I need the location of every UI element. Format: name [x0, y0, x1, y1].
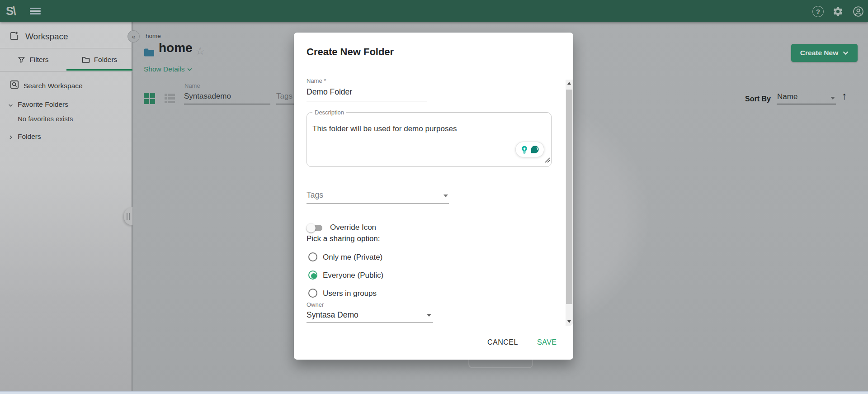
- name-field[interactable]: Demo Folder: [307, 87, 352, 97]
- override-icon-toggle[interactable]: [307, 223, 323, 233]
- radio-icon: [308, 252, 317, 261]
- scrollbar-thumb[interactable]: [566, 90, 572, 304]
- writing-assistant-widget[interactable]: [515, 142, 544, 157]
- syntasa-logo[interactable]: S\: [6, 4, 15, 18]
- chevron-right-icon: [8, 134, 14, 140]
- sidebar-item-folders[interactable]: Folders: [0, 132, 132, 143]
- radio-label: Everyone (Public): [323, 271, 383, 280]
- sidebar-item-search-workspace[interactable]: Search Workspace: [0, 80, 132, 94]
- description-text: This folder will be used for demo purpos…: [312, 124, 507, 133]
- folders-label: Folders: [18, 133, 41, 141]
- radio-only-me[interactable]: Only me (Private): [307, 252, 442, 263]
- lightbulb-icon[interactable]: [520, 145, 529, 154]
- top-bar: S\ ?: [0, 0, 868, 22]
- chevron-down-icon: [830, 97, 835, 100]
- create-new-folder-dialog: Create New Folder Name * Demo Folder Des…: [294, 33, 573, 360]
- bg-tags-underline: [276, 104, 295, 104]
- horizontal-scrollbar[interactable]: [0, 391, 868, 394]
- help-icon[interactable]: ?: [812, 6, 824, 17]
- chevron-down-icon: [427, 314, 431, 317]
- tab-folders[interactable]: Folders: [66, 49, 132, 71]
- sort-by-select[interactable]: Name: [777, 92, 797, 101]
- name-underline: [307, 101, 427, 101]
- breadcrumb[interactable]: home: [146, 33, 161, 39]
- active-tab-underline: [66, 69, 132, 71]
- bg-name-field[interactable]: Syntasademo: [184, 92, 231, 101]
- favorites-empty-text: No favorites exists: [18, 115, 73, 123]
- tab-folders-label: Folders: [94, 56, 118, 64]
- owner-select[interactable]: Syntasa Demo: [307, 310, 359, 320]
- save-button[interactable]: SAVE: [534, 337, 560, 348]
- description-label: Description: [312, 109, 346, 116]
- radio-icon: [308, 289, 317, 298]
- show-details-label: Show Details: [144, 65, 184, 73]
- gear-icon[interactable]: [832, 6, 844, 17]
- tags-underline: [307, 203, 449, 204]
- tab-filters-label: Filters: [29, 56, 48, 64]
- tab-filters[interactable]: Filters: [0, 49, 66, 71]
- radio-label: Users in groups: [323, 289, 377, 298]
- hamburger-menu-icon[interactable]: [30, 8, 41, 14]
- radio-everyone[interactable]: Everyone (Public): [307, 270, 442, 281]
- bg-tags-field[interactable]: Tags: [276, 92, 292, 101]
- sort-direction-button[interactable]: ↑: [842, 90, 847, 102]
- description-field[interactable]: Description This folder will be used for…: [307, 112, 552, 167]
- page-title: home: [159, 41, 193, 55]
- override-icon-label: Override Icon: [330, 223, 376, 232]
- workspace-title: Workspace: [25, 32, 68, 42]
- chevron-down-icon: [187, 68, 192, 71]
- dialog-scrollbar[interactable]: [566, 80, 573, 326]
- sort-by-label: Sort By: [745, 95, 771, 103]
- sidebar-collapse-button[interactable]: «: [127, 30, 140, 43]
- divider: [0, 71, 132, 71]
- scroll-down-arrow[interactable]: [567, 320, 571, 323]
- folder-icon: [82, 56, 90, 63]
- tags-select[interactable]: Tags: [307, 190, 323, 200]
- radio-users-in-groups[interactable]: Users in groups: [307, 288, 442, 299]
- filter-icon: [18, 56, 25, 64]
- resize-handle[interactable]: [544, 157, 550, 163]
- radio-icon: [308, 271, 317, 280]
- scroll-up-arrow[interactable]: [567, 82, 571, 85]
- sort-underline: [777, 104, 836, 104]
- sharing-prompt: Pick a sharing option:: [307, 234, 380, 243]
- account-icon[interactable]: [853, 6, 864, 17]
- list-view-button[interactable]: [165, 94, 175, 104]
- favorite-star-icon[interactable]: ☆: [195, 45, 205, 57]
- name-field-label: Name *: [307, 77, 326, 84]
- sidebar-item-favorite-folders[interactable]: Favorite Folders: [0, 100, 132, 111]
- show-details-link[interactable]: Show Details: [144, 65, 192, 73]
- divider: [0, 48, 132, 48]
- dialog-title: Create New Folder: [307, 46, 394, 58]
- search-icon: [9, 80, 19, 90]
- favorite-folders-label: Favorite Folders: [18, 100, 68, 109]
- bg-name-underline: [184, 104, 270, 104]
- create-new-button[interactable]: Create New: [791, 44, 858, 62]
- folder-icon: [144, 48, 155, 57]
- owner-underline: [307, 322, 433, 323]
- chevron-down-icon: [443, 195, 448, 197]
- search-workspace-label: Search Workspace: [24, 82, 83, 90]
- create-new-label: Create New: [800, 49, 838, 57]
- chat-bubble-icon[interactable]: [530, 145, 540, 155]
- workspace-icon: [9, 31, 19, 41]
- radio-label: Only me (Private): [323, 253, 382, 262]
- app-root: S\ ? Workspace Filters Folders: [0, 0, 868, 394]
- workspace-header: Workspace: [0, 28, 132, 46]
- grid-view-button[interactable]: [144, 93, 155, 104]
- cancel-button[interactable]: CANCEL: [485, 337, 521, 348]
- sidebar-resize-handle[interactable]: [124, 207, 132, 225]
- chevron-down-icon: [8, 102, 14, 108]
- chevron-down-icon: [843, 51, 849, 55]
- owner-label: Owner: [307, 301, 324, 308]
- sidebar: Workspace Filters Folders Search Workspa…: [0, 22, 132, 391]
- bg-name-field-label: Name: [184, 82, 200, 89]
